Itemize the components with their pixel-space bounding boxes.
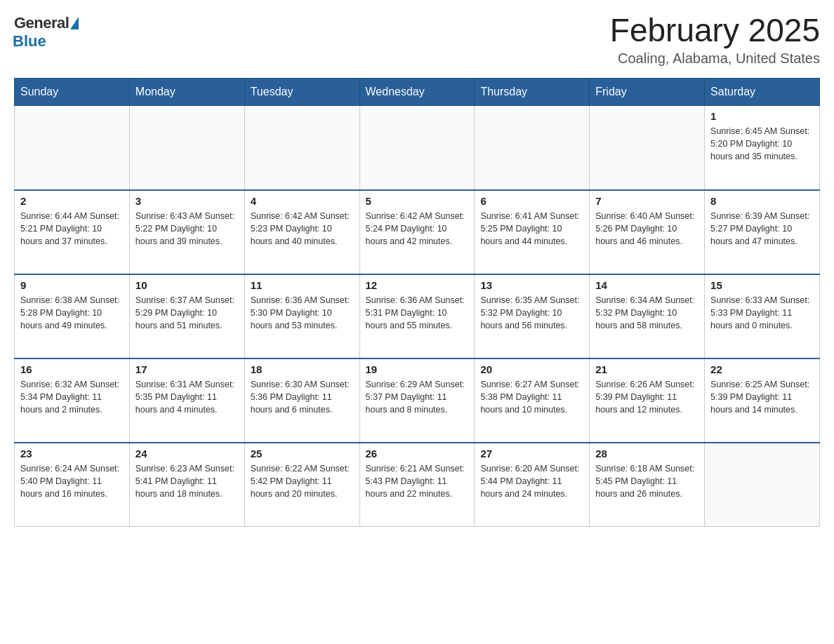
day-info: Sunrise: 6:18 AM Sunset: 5:45 PM Dayligh… <box>595 462 699 500</box>
day-info: Sunrise: 6:34 AM Sunset: 5:32 PM Dayligh… <box>595 294 699 332</box>
day-number: 5 <box>366 195 469 207</box>
day-info: Sunrise: 6:27 AM Sunset: 5:38 PM Dayligh… <box>480 378 583 416</box>
day-number: 17 <box>135 363 239 375</box>
calendar-day-cell: 20Sunrise: 6:27 AM Sunset: 5:38 PM Dayli… <box>475 358 590 443</box>
day-number: 6 <box>480 195 583 207</box>
calendar-day-cell: 13Sunrise: 6:35 AM Sunset: 5:32 PM Dayli… <box>475 274 590 358</box>
calendar-day-cell <box>705 443 820 527</box>
day-number: 16 <box>20 363 124 375</box>
calendar-day-cell: 27Sunrise: 6:20 AM Sunset: 5:44 PM Dayli… <box>475 443 590 527</box>
calendar-week-row: 9Sunrise: 6:38 AM Sunset: 5:28 PM Daylig… <box>15 274 820 358</box>
weekday-header-monday: Monday <box>129 79 244 106</box>
calendar-day-cell <box>15 106 130 190</box>
logo-triangle-icon <box>70 17 79 29</box>
calendar-day-cell: 19Sunrise: 6:29 AM Sunset: 5:37 PM Dayli… <box>359 358 475 443</box>
day-info: Sunrise: 6:36 AM Sunset: 5:30 PM Dayligh… <box>251 294 354 332</box>
day-number: 23 <box>20 448 124 459</box>
day-number: 19 <box>366 363 469 375</box>
logo: General Blue <box>14 14 79 51</box>
calendar-day-cell: 26Sunrise: 6:21 AM Sunset: 5:43 PM Dayli… <box>359 443 475 527</box>
calendar-week-row: 16Sunrise: 6:32 AM Sunset: 5:34 PM Dayli… <box>15 358 820 443</box>
location-title: Coaling, Alabama, United States <box>610 51 820 67</box>
calendar-day-cell: 2Sunrise: 6:44 AM Sunset: 5:21 PM Daylig… <box>15 190 130 274</box>
weekday-header-sunday: Sunday <box>15 79 130 106</box>
day-info: Sunrise: 6:36 AM Sunset: 5:31 PM Dayligh… <box>366 294 469 332</box>
day-number: 15 <box>710 279 814 291</box>
day-info: Sunrise: 6:35 AM Sunset: 5:32 PM Dayligh… <box>480 294 583 332</box>
day-info: Sunrise: 6:32 AM Sunset: 5:34 PM Dayligh… <box>20 378 124 416</box>
day-number: 7 <box>595 195 699 207</box>
calendar-day-cell: 15Sunrise: 6:33 AM Sunset: 5:33 PM Dayli… <box>705 274 820 358</box>
calendar-day-cell: 16Sunrise: 6:32 AM Sunset: 5:34 PM Dayli… <box>15 358 130 443</box>
day-info: Sunrise: 6:29 AM Sunset: 5:37 PM Dayligh… <box>366 378 469 416</box>
page-header: General Blue February 2025 Coaling, Alab… <box>14 14 820 67</box>
calendar-day-cell: 7Sunrise: 6:40 AM Sunset: 5:26 PM Daylig… <box>590 190 705 274</box>
calendar-day-cell: 10Sunrise: 6:37 AM Sunset: 5:29 PM Dayli… <box>129 274 244 358</box>
day-number: 14 <box>595 279 699 291</box>
day-number: 1 <box>710 110 814 122</box>
day-number: 8 <box>710 195 814 207</box>
day-info: Sunrise: 6:24 AM Sunset: 5:40 PM Dayligh… <box>20 462 124 500</box>
day-number: 22 <box>710 363 814 375</box>
day-info: Sunrise: 6:23 AM Sunset: 5:41 PM Dayligh… <box>135 462 239 500</box>
calendar-day-cell: 4Sunrise: 6:42 AM Sunset: 5:23 PM Daylig… <box>244 190 359 274</box>
calendar-day-cell <box>359 106 475 190</box>
calendar-day-cell: 9Sunrise: 6:38 AM Sunset: 5:28 PM Daylig… <box>15 274 130 358</box>
day-info: Sunrise: 6:42 AM Sunset: 5:24 PM Dayligh… <box>366 210 469 248</box>
calendar-day-cell <box>590 106 705 190</box>
calendar-day-cell: 12Sunrise: 6:36 AM Sunset: 5:31 PM Dayli… <box>359 274 475 358</box>
calendar-day-cell: 17Sunrise: 6:31 AM Sunset: 5:35 PM Dayli… <box>129 358 244 443</box>
calendar-week-row: 2Sunrise: 6:44 AM Sunset: 5:21 PM Daylig… <box>15 190 820 274</box>
day-number: 11 <box>251 279 354 291</box>
calendar-day-cell: 24Sunrise: 6:23 AM Sunset: 5:41 PM Dayli… <box>129 443 244 527</box>
calendar-day-cell: 21Sunrise: 6:26 AM Sunset: 5:39 PM Dayli… <box>590 358 705 443</box>
month-title: February 2025 <box>610 14 820 46</box>
day-number: 21 <box>595 363 699 375</box>
calendar-day-cell: 23Sunrise: 6:24 AM Sunset: 5:40 PM Dayli… <box>15 443 130 527</box>
day-number: 9 <box>20 279 124 291</box>
day-number: 3 <box>135 195 239 207</box>
calendar-day-cell <box>129 106 244 190</box>
day-info: Sunrise: 6:39 AM Sunset: 5:27 PM Dayligh… <box>710 210 814 248</box>
calendar-day-cell <box>475 106 590 190</box>
calendar-week-row: 23Sunrise: 6:24 AM Sunset: 5:40 PM Dayli… <box>15 443 820 527</box>
weekday-header-tuesday: Tuesday <box>244 79 359 106</box>
calendar-day-cell <box>244 106 359 190</box>
calendar-day-cell: 3Sunrise: 6:43 AM Sunset: 5:22 PM Daylig… <box>129 190 244 274</box>
day-info: Sunrise: 6:22 AM Sunset: 5:42 PM Dayligh… <box>251 462 354 500</box>
day-info: Sunrise: 6:33 AM Sunset: 5:33 PM Dayligh… <box>710 294 814 332</box>
day-number: 28 <box>595 448 699 459</box>
calendar-day-cell: 22Sunrise: 6:25 AM Sunset: 5:39 PM Dayli… <box>705 358 820 443</box>
calendar-table: SundayMondayTuesdayWednesdayThursdayFrid… <box>14 78 820 527</box>
day-number: 12 <box>366 279 469 291</box>
day-number: 27 <box>480 448 583 459</box>
calendar-day-cell: 18Sunrise: 6:30 AM Sunset: 5:36 PM Dayli… <box>244 358 359 443</box>
calendar-week-row: 1Sunrise: 6:45 AM Sunset: 5:20 PM Daylig… <box>15 106 820 190</box>
day-info: Sunrise: 6:40 AM Sunset: 5:26 PM Dayligh… <box>595 210 699 248</box>
day-number: 18 <box>251 363 354 375</box>
day-number: 24 <box>135 448 239 459</box>
day-number: 2 <box>20 195 124 207</box>
logo-general-text: General <box>14 14 69 32</box>
day-number: 20 <box>480 363 583 375</box>
day-info: Sunrise: 6:30 AM Sunset: 5:36 PM Dayligh… <box>251 378 354 416</box>
day-info: Sunrise: 6:21 AM Sunset: 5:43 PM Dayligh… <box>366 462 469 500</box>
weekday-header-thursday: Thursday <box>475 79 590 106</box>
calendar-day-cell: 11Sunrise: 6:36 AM Sunset: 5:30 PM Dayli… <box>244 274 359 358</box>
weekday-header-wednesday: Wednesday <box>359 79 475 106</box>
day-number: 4 <box>251 195 354 207</box>
calendar-day-cell: 28Sunrise: 6:18 AM Sunset: 5:45 PM Dayli… <box>590 443 705 527</box>
day-info: Sunrise: 6:44 AM Sunset: 5:21 PM Dayligh… <box>20 210 124 248</box>
title-section: February 2025 Coaling, Alabama, United S… <box>610 14 820 67</box>
calendar-day-cell: 1Sunrise: 6:45 AM Sunset: 5:20 PM Daylig… <box>705 106 820 190</box>
day-info: Sunrise: 6:42 AM Sunset: 5:23 PM Dayligh… <box>251 210 354 248</box>
day-info: Sunrise: 6:25 AM Sunset: 5:39 PM Dayligh… <box>710 378 814 416</box>
weekday-header-friday: Friday <box>590 79 705 106</box>
calendar-day-cell: 25Sunrise: 6:22 AM Sunset: 5:42 PM Dayli… <box>244 443 359 527</box>
day-number: 25 <box>251 448 354 459</box>
day-info: Sunrise: 6:31 AM Sunset: 5:35 PM Dayligh… <box>135 378 239 416</box>
day-info: Sunrise: 6:41 AM Sunset: 5:25 PM Dayligh… <box>480 210 583 248</box>
day-number: 10 <box>135 279 239 291</box>
logo-blue-text: Blue <box>13 32 46 51</box>
day-number: 13 <box>480 279 583 291</box>
